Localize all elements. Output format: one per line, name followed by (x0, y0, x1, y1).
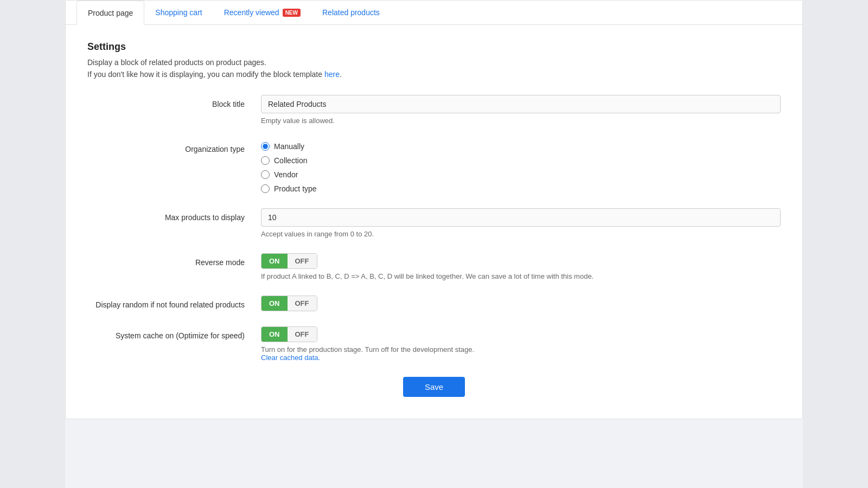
max-products-wrap: Accept values in range from 0 to 20. (261, 208, 781, 238)
system-cache-row: System cache on (Optimize for speed) ON … (87, 326, 781, 362)
system-cache-on[interactable]: ON (261, 327, 288, 342)
settings-title: Settings (87, 41, 781, 53)
template-link[interactable]: here (324, 70, 340, 79)
tab-product-page[interactable]: Product page (76, 1, 144, 25)
max-products-hint: Accept values in range from 0 to 20. (261, 230, 781, 238)
block-title-row: Block title Empty value is allowed. (87, 95, 781, 125)
cache-hint-text: Turn on for the production stage. Turn o… (261, 345, 474, 354)
display-random-wrap: ON OFF (261, 296, 781, 311)
display-random-label: Display random if not found related prod… (87, 296, 261, 311)
system-cache-off[interactable]: OFF (288, 327, 317, 342)
reverse-mode-hint: If product A linked to B, C, D => A, B, … (261, 272, 781, 280)
organization-type-row: Organization type Manually Collection (87, 140, 781, 193)
settings-content: Settings Display a block of related prod… (66, 25, 802, 419)
system-cache-toggle[interactable]: ON OFF (261, 326, 317, 342)
tab-shopping-cart-label: Shopping cart (155, 8, 202, 17)
radio-product-type-label: Product type (274, 184, 317, 193)
system-cache-hint: Turn on for the production stage. Turn o… (261, 345, 781, 362)
organization-type-wrap: Manually Collection Vendor Product (261, 140, 781, 193)
reverse-mode-row: Reverse mode ON OFF If product A linked … (87, 253, 781, 280)
block-title-label: Block title (87, 95, 261, 110)
tab-related-products-label: Related products (322, 8, 380, 17)
clear-cache-link[interactable]: Clear cached data. (261, 354, 320, 362)
organization-type-label: Organization type (87, 140, 261, 155)
max-products-label: Max products to display (87, 208, 261, 223)
block-title-hint: Empty value is allowed. (261, 117, 781, 125)
tab-shopping-cart[interactable]: Shopping cart (144, 1, 213, 24)
settings-template-note: If you don't like how it is displaying, … (87, 70, 781, 79)
max-products-input[interactable] (261, 208, 781, 227)
reverse-mode-label: Reverse mode (87, 253, 261, 268)
block-title-input[interactable] (261, 95, 781, 113)
recently-viewed-badge: new (283, 9, 301, 17)
organization-type-radio-group: Manually Collection Vendor Product (261, 140, 781, 193)
radio-vendor-input[interactable] (261, 170, 270, 179)
save-button[interactable]: Save (403, 377, 465, 397)
system-cache-wrap: ON OFF Turn on for the production stage.… (261, 326, 781, 362)
radio-manually-input[interactable] (261, 142, 270, 151)
display-random-off[interactable]: OFF (288, 296, 317, 311)
reverse-mode-toggle[interactable]: ON OFF (261, 253, 317, 269)
reverse-mode-on[interactable]: ON (261, 254, 288, 268)
tabs-bar: Product page Shopping cart Recently view… (66, 1, 802, 25)
save-row: Save (87, 377, 781, 397)
system-cache-label: System cache on (Optimize for speed) (87, 326, 261, 342)
display-random-toggle[interactable]: ON OFF (261, 296, 317, 311)
max-products-row: Max products to display Accept values in… (87, 208, 781, 238)
display-random-row: Display random if not found related prod… (87, 296, 781, 311)
radio-product-type-input[interactable] (261, 184, 270, 193)
radio-manually-label: Manually (274, 142, 304, 151)
reverse-mode-off[interactable]: OFF (288, 254, 317, 268)
reverse-mode-wrap: ON OFF If product A linked to B, C, D =>… (261, 253, 781, 280)
radio-collection[interactable]: Collection (261, 156, 781, 165)
settings-description: Display a block of related products on p… (87, 58, 781, 67)
tab-recently-viewed[interactable]: Recently viewed new (213, 1, 311, 24)
radio-vendor-label: Vendor (274, 170, 298, 179)
tab-product-page-label: Product page (88, 9, 133, 17)
radio-product-type[interactable]: Product type (261, 184, 781, 193)
block-title-wrap: Empty value is allowed. (261, 95, 781, 125)
tab-recently-viewed-label: Recently viewed (224, 8, 279, 17)
radio-collection-input[interactable] (261, 156, 270, 165)
radio-collection-label: Collection (274, 156, 307, 165)
tab-related-products[interactable]: Related products (311, 1, 391, 24)
display-random-on[interactable]: ON (261, 296, 288, 311)
radio-manually[interactable]: Manually (261, 142, 781, 151)
radio-vendor[interactable]: Vendor (261, 170, 781, 179)
